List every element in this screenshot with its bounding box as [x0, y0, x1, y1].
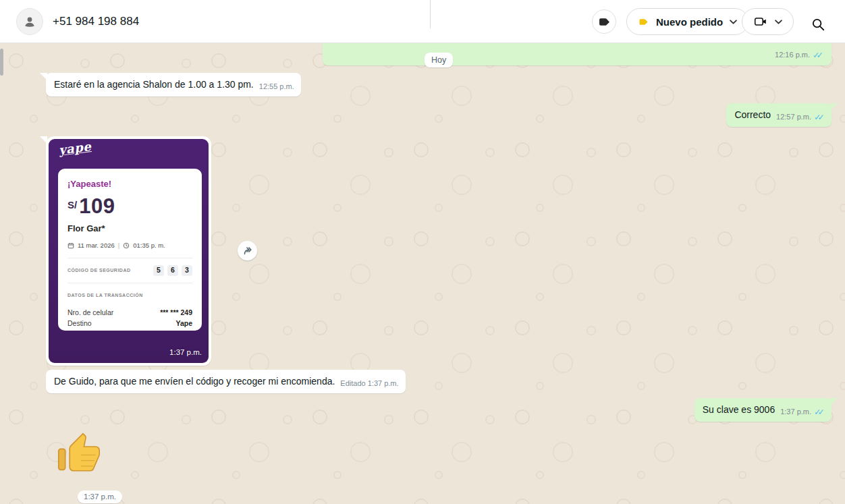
yape-receipt-card: ¡Yapeaste! S/ 109 Flor Gar* 11 mar. 2026…	[58, 169, 202, 331]
message-text: Estaré en la agencia Shalon de 1.00 a 1.…	[54, 78, 254, 91]
contact-name[interactable]: +51 984 198 884	[53, 0, 139, 43]
message-time: 12:55 p.m.	[259, 80, 294, 93]
receipt-recipient: Flor Gar*	[67, 222, 192, 235]
message-incoming: De Guido, para que me envíen el código y…	[46, 370, 406, 393]
message-time: 1:37 p.m.	[780, 408, 811, 416]
read-ticks-icon: ✓✓	[813, 51, 823, 60]
digit-chip: 3	[182, 265, 192, 276]
message-outgoing: Correcto 12:57 p.m.✓✓	[726, 103, 832, 127]
message-image-yape-receipt[interactable]: yape ¡Yapeaste! S/ 109 Flor Gar* 11 mar.…	[46, 136, 211, 366]
bubble-tail	[40, 73, 47, 80]
row-label: Destino	[67, 318, 92, 329]
bubble-tail	[830, 103, 838, 111]
yape-logo: yape	[58, 140, 92, 157]
amount-value: 109	[79, 196, 115, 217]
search-icon	[811, 17, 825, 32]
whatsapp-chat-window: +51 984 198 884 Nuevo pedido	[0, 0, 845, 504]
thumbs-up-emoji	[57, 432, 101, 476]
chevron-down-icon	[730, 20, 737, 24]
edited-label: Editado	[340, 379, 365, 387]
currency-symbol: S/	[67, 198, 77, 211]
receipt-date: 11 mar. 2026	[78, 239, 115, 252]
contact-avatar[interactable]	[16, 8, 43, 35]
video-call-dropdown[interactable]	[742, 8, 794, 35]
message-time: 12:57 p.m.	[776, 113, 811, 121]
yellow-tag-icon	[638, 16, 649, 28]
row-value: 08885563	[161, 329, 192, 331]
order-tag-dropdown[interactable]: Nuevo pedido	[626, 8, 748, 35]
forward-icon	[242, 245, 254, 257]
transaction-row: Destino Yape	[67, 318, 192, 329]
bubble-tail	[830, 398, 838, 405]
row-label: Nro. de operación	[67, 329, 124, 331]
read-ticks-icon: ✓✓	[814, 113, 825, 122]
row-value: *** *** 249	[160, 307, 192, 318]
chevron-down-icon	[775, 20, 782, 24]
tag-icon	[597, 15, 611, 29]
message-time: 12:16 p.m.	[775, 51, 810, 59]
message-text: Su clave es 9006	[703, 403, 775, 416]
digit-chip: 5	[153, 265, 164, 276]
transaction-data-label: DATOS DE LA TRANSACCIÓN	[67, 289, 192, 302]
receipt-time: 01:35 p. m.	[133, 239, 165, 252]
receipt-datetime: 11 mar. 2026 | 01:35 p. m.	[67, 239, 192, 252]
clock-icon	[123, 242, 130, 249]
yape-receipt-image: yape ¡Yapeaste! S/ 109 Flor Gar* 11 mar.…	[49, 139, 209, 363]
message-text: De Guido, para que me envíen el código y…	[54, 375, 335, 388]
scrollbar-thumb[interactable]	[0, 49, 3, 76]
transaction-row: Nro. de celular *** *** 249	[67, 307, 192, 318]
chat-message-area: 12:16 p.m.✓✓ Hoy Estaré en la agencia Sh…	[0, 43, 845, 504]
bubble-tail	[40, 136, 47, 144]
row-label: Nro. de celular	[67, 307, 113, 318]
person-icon	[22, 13, 38, 30]
message-time: 1:37 p.m.	[368, 379, 399, 387]
message-incoming: Estaré en la agencia Shalon de 1.00 a 1.…	[46, 73, 301, 96]
security-code-row: CÓDIGO DE SEGURIDAD 5 6 3	[67, 264, 192, 277]
read-ticks-icon: ✓✓	[814, 408, 825, 417]
message-time: 1:37 p.m.	[169, 346, 202, 359]
transaction-row: Nro. de operación 08885563	[67, 329, 192, 331]
security-code-digits: 5 6 3	[153, 265, 192, 276]
forward-message-button[interactable]	[238, 241, 257, 260]
message-outgoing: Su clave es 9006 1:37 p.m.✓✓	[694, 398, 832, 422]
message-time: 1:37 p.m.	[78, 491, 122, 503]
receipt-amount: S/ 109	[67, 196, 192, 217]
panel-divider	[430, 0, 431, 28]
chat-header: +51 984 198 884 Nuevo pedido	[0, 0, 845, 43]
digit-chip: 6	[167, 265, 178, 276]
row-value: Yape	[175, 318, 192, 329]
calendar-icon	[67, 242, 74, 249]
message-text: Correcto	[734, 109, 771, 121]
receipt-title: ¡Yapeaste!	[67, 177, 192, 190]
tag-button[interactable]	[592, 9, 616, 34]
security-code-label: CÓDIGO DE SEGURIDAD	[67, 264, 131, 277]
date-divider: Hoy	[425, 53, 453, 67]
order-tag-label: Nuevo pedido	[656, 16, 723, 28]
thumbs-up-icon	[57, 432, 101, 476]
search-button[interactable]	[809, 15, 827, 34]
video-camera-icon	[753, 14, 768, 29]
